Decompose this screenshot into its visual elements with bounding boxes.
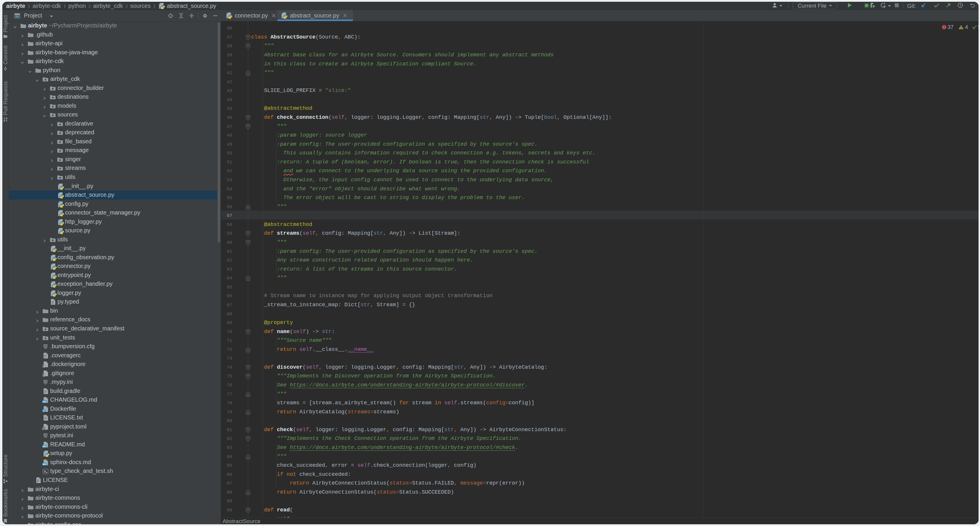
svg-text:MD: MD bbox=[43, 445, 46, 448]
svg-text:[T]: [T] bbox=[42, 427, 46, 430]
svg-text:D: D bbox=[43, 410, 45, 412]
svg-text:MD: MD bbox=[43, 400, 46, 403]
svg-text:MD: MD bbox=[43, 463, 46, 465]
